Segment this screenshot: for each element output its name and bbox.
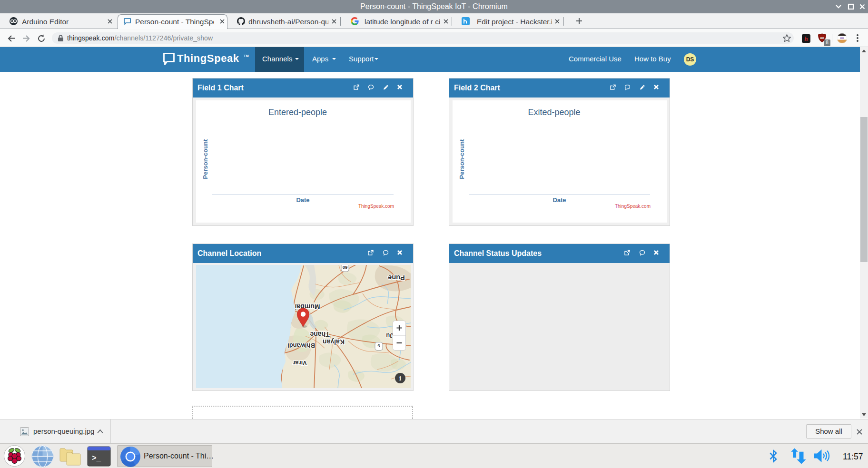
svg-text:uo: uo xyxy=(820,36,825,40)
svg-text:5: 5 xyxy=(377,343,380,349)
svg-text:Kalyan: Kalyan xyxy=(323,338,345,346)
svg-text:Mumbai: Mumbai xyxy=(295,303,320,311)
svg-text:Thane: Thane xyxy=(310,331,329,338)
svg-text:Pune: Pune xyxy=(388,274,404,282)
svg-text:i: i xyxy=(399,375,401,382)
svg-text:h: h xyxy=(804,35,808,42)
svg-text:60: 60 xyxy=(343,265,348,270)
svg-text:Ju: Ju xyxy=(386,332,393,339)
svg-text:Bhiwandi: Bhiwandi xyxy=(287,342,315,349)
svg-text:>_: >_ xyxy=(92,454,101,463)
svg-text:Virar: Virar xyxy=(293,360,306,367)
